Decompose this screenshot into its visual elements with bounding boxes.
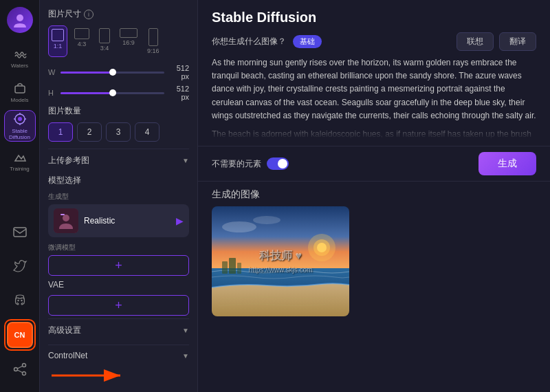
size-btn-4-3[interactable]: 4:3 bbox=[72, 25, 92, 57]
size-rect-9-16 bbox=[148, 28, 158, 46]
count-btn-3[interactable]: 3 bbox=[106, 122, 131, 142]
prompt-row: 你想生成什么图像？ 基础 联想 翻译 bbox=[212, 32, 536, 51]
size-label-1-1: 1:1 bbox=[54, 43, 63, 50]
size-btn-16-9[interactable]: 16:9 bbox=[117, 25, 140, 57]
svg-point-26 bbox=[253, 216, 280, 224]
sidebar-item-training[interactable]: Training bbox=[4, 144, 36, 176]
width-label: W bbox=[48, 68, 56, 76]
size-btn-9-16[interactable]: 9:16 bbox=[144, 25, 162, 57]
svg-point-17 bbox=[63, 215, 69, 221]
svg-rect-30 bbox=[237, 263, 241, 274]
sidebar-item-twitter[interactable] bbox=[4, 250, 36, 282]
sidebar-item-discord[interactable] bbox=[4, 285, 36, 316]
width-value: 512 px bbox=[168, 64, 189, 80]
model-select-section-header[interactable]: 模型选择 bbox=[48, 175, 189, 192]
height-thumb bbox=[109, 89, 116, 96]
upload-ref-section[interactable]: 上传参考图 ▼ bbox=[48, 149, 189, 172]
size-label-16-9: 16:9 bbox=[122, 39, 135, 46]
height-slider[interactable] bbox=[60, 92, 164, 94]
main-header: Stable Diffusion 你想生成什么图像？ 基础 联想 翻译 As t… bbox=[198, 0, 550, 146]
sidebar-item-stable-diffusion[interactable]: StableDiffusion bbox=[4, 110, 36, 142]
svg-point-9 bbox=[17, 300, 19, 301]
svg-line-15 bbox=[17, 370, 23, 373]
vae-add-btn[interactable]: + bbox=[48, 295, 189, 316]
svg-point-3 bbox=[18, 117, 22, 121]
size-options: 1:1 4:3 3:4 16:9 9:16 bbox=[48, 25, 189, 57]
prompt-text-area[interactable]: As the morning sun gently rises over the… bbox=[212, 56, 536, 139]
control-net-section[interactable]: ControlNet ▼ bbox=[48, 345, 189, 366]
upload-ref-label: 上传参考图 bbox=[48, 155, 89, 166]
sidebar-label-waters: Waters bbox=[11, 63, 28, 69]
sidebar-label-training: Training bbox=[10, 166, 30, 173]
count-options: 1 2 3 4 bbox=[48, 122, 189, 142]
size-label-4-3: 4:3 bbox=[78, 41, 87, 47]
size-rect-4-3 bbox=[74, 28, 89, 39]
height-value: 512 px bbox=[168, 85, 189, 101]
image-size-section: 图片尺寸 i bbox=[48, 8, 189, 20]
prompt-fade bbox=[212, 118, 536, 139]
model-name: Realistic bbox=[84, 216, 170, 226]
fine-tune-add-btn[interactable]: + bbox=[48, 255, 189, 276]
count-btn-2[interactable]: 2 bbox=[77, 122, 102, 142]
width-slider-row: W 512 px bbox=[48, 64, 189, 80]
cn-badge: CN bbox=[7, 322, 33, 348]
svg-line-14 bbox=[17, 366, 23, 369]
size-label-9-16: 9:16 bbox=[147, 47, 160, 54]
sidebar-label-stable-diffusion: StableDiffusion bbox=[9, 129, 30, 141]
image-size-label: 图片尺寸 bbox=[48, 8, 81, 20]
sidebar-item-waters[interactable]: Waters bbox=[4, 41, 36, 73]
advanced-label: 高级设置 bbox=[48, 325, 81, 336]
info-icon[interactable]: i bbox=[84, 10, 94, 19]
vae-plus-icon: + bbox=[115, 298, 122, 313]
arrow-indicator-area bbox=[48, 369, 189, 384]
sidebar-item-models[interactable]: Models bbox=[4, 76, 36, 107]
size-btn-3-4[interactable]: 3:4 bbox=[96, 25, 113, 57]
model-select-label: 模型选择 bbox=[48, 175, 81, 186]
prompt-badge[interactable]: 基础 bbox=[293, 35, 322, 48]
advanced-chevron: ▼ bbox=[182, 327, 189, 334]
negative-toggle[interactable] bbox=[267, 157, 289, 170]
control-net-label: ControlNet bbox=[48, 351, 87, 360]
generate-btn[interactable]: 生成 bbox=[478, 152, 536, 175]
left-panel: 图片尺寸 i 1:1 4:3 3:4 16:9 9:16 W bbox=[40, 0, 198, 392]
bottom-icons: CN bbox=[4, 216, 36, 385]
height-label: H bbox=[48, 89, 56, 97]
size-rect-1-1 bbox=[52, 29, 64, 41]
prompt-text: As the morning sun gently rises over the… bbox=[212, 56, 536, 122]
sidebar-item-share[interactable] bbox=[4, 353, 36, 385]
fine-tune-label: 微调模型 bbox=[48, 243, 189, 252]
avatar[interactable] bbox=[7, 7, 33, 33]
size-btn-1-1[interactable]: 1:1 bbox=[48, 25, 67, 57]
translate-btn[interactable]: 翻译 bbox=[499, 32, 536, 51]
width-fill bbox=[60, 72, 113, 74]
icon-sidebar: Waters Models StableDiffusion bbox=[0, 0, 40, 392]
height-slider-row: H 512 px bbox=[48, 85, 189, 101]
svg-rect-8 bbox=[14, 228, 26, 237]
control-net-chevron: ▼ bbox=[182, 352, 189, 360]
size-rect-3-4 bbox=[99, 28, 110, 43]
size-label-3-4: 3:4 bbox=[100, 45, 109, 52]
page-title: Stable Diffusion bbox=[212, 10, 536, 25]
sidebar-item-mail[interactable] bbox=[4, 216, 36, 248]
sidebar-item-cn[interactable]: CN bbox=[4, 319, 36, 351]
svg-rect-18 bbox=[60, 214, 65, 215]
svg-rect-1 bbox=[15, 86, 25, 93]
advanced-section[interactable]: 高级设置 ▼ bbox=[48, 318, 189, 342]
count-btn-1[interactable]: 1 bbox=[48, 122, 73, 142]
model-arrow-icon: ▶ bbox=[176, 215, 184, 226]
fine-tune-plus-icon: + bbox=[115, 259, 122, 273]
model-card[interactable]: Realistic ▶ bbox=[48, 204, 189, 237]
width-slider[interactable] bbox=[60, 72, 164, 74]
generated-label: 生成的图像 bbox=[212, 188, 536, 201]
count-section: 图片数量 1 2 3 4 bbox=[48, 105, 189, 142]
model-thumb bbox=[54, 208, 78, 233]
associate-btn[interactable]: 联想 bbox=[456, 32, 494, 51]
svg-point-11 bbox=[22, 364, 25, 367]
negative-label: 不需要的元素 bbox=[212, 158, 261, 170]
model-section: 生成型 Realistic ▶ bbox=[48, 192, 189, 237]
upload-ref-chevron: ▼ bbox=[182, 157, 189, 164]
svg-point-12 bbox=[14, 368, 17, 371]
vae-label: VAE bbox=[48, 280, 189, 290]
generated-image[interactable]: 科技师 ♥ https://www.skjs.com bbox=[212, 206, 349, 316]
count-btn-4[interactable]: 4 bbox=[135, 122, 160, 142]
